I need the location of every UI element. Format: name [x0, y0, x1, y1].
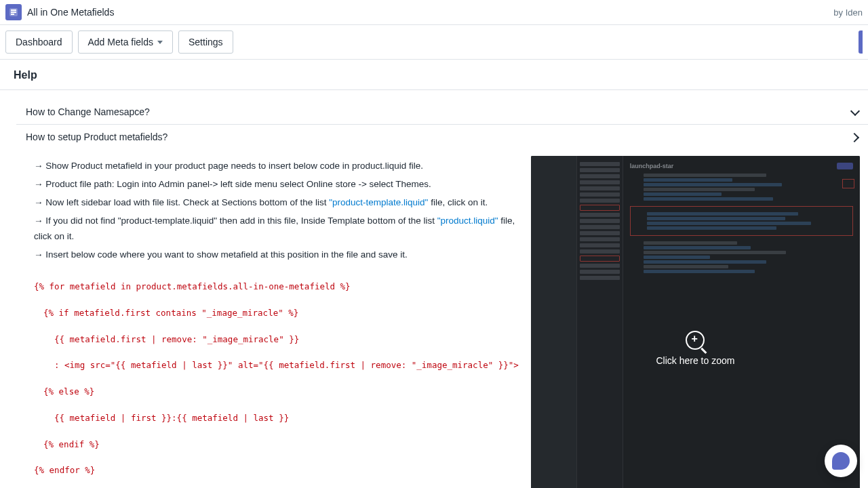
chevron-right-icon — [850, 132, 860, 142]
app-icon — [5, 4, 22, 20]
product-template-link[interactable]: "product-template.liquid" — [329, 197, 428, 207]
zoom-in-icon — [686, 331, 705, 350]
page-title: Help — [14, 69, 854, 81]
code-block: {% for metafield in product.metafields.a… — [34, 267, 519, 488]
zoom-overlay[interactable]: Click here to zoom — [531, 156, 860, 488]
dashboard-button[interactable]: Dashboard — [5, 30, 73, 54]
code-line: {% endfor %} — [34, 464, 519, 476]
zoom-label: Click here to zoom — [656, 355, 734, 366]
accordion-list: How to Change Namesapce? How to setup Pr… — [16, 100, 868, 488]
add-meta-fields-button[interactable]: Add Meta fields — [78, 30, 174, 54]
help-line: → Now left sidebar load with file list. … — [34, 195, 519, 211]
accordion-header[interactable]: How to Change Namesapce? — [16, 100, 868, 124]
app-title: All in One Metafields — [27, 7, 114, 18]
code-line: : <img src="{{ metafield | last }}" alt=… — [34, 359, 519, 371]
help-text: → Show Product metafield in your product… — [34, 156, 519, 488]
text: file, click on it. — [428, 197, 488, 207]
page: Help How to Change Namesapce? How to set… — [0, 60, 868, 488]
page-title-wrap: Help — [0, 60, 868, 90]
settings-button[interactable]: Settings — [178, 30, 233, 54]
help-image[interactable]: launchpad-star — [531, 156, 860, 488]
accordion-title: How to Change Namesapce? — [26, 106, 150, 117]
product-liquid-link[interactable]: "product.liquid" — [437, 216, 498, 226]
accordion-item-namespace: How to Change Namesapce? — [16, 100, 868, 125]
dashboard-label: Dashboard — [16, 37, 62, 47]
help-line: → Insert below code where you want to sh… — [34, 247, 519, 263]
accordion-title: How to setup Product metafields? — [26, 131, 167, 142]
svg-rect-1 — [11, 9, 16, 11]
chevron-down-icon — [850, 107, 860, 117]
by-label: by Iden — [833, 7, 863, 18]
accordion-header[interactable]: How to setup Product metafields? — [16, 125, 868, 149]
svg-rect-2 — [11, 12, 16, 13]
text: → Now left sidebar load with file list. … — [34, 197, 329, 207]
toolbar-action-edge[interactable] — [859, 30, 863, 54]
code-line: {% for metafield in product.metafields.a… — [34, 280, 519, 293]
svg-rect-3 — [11, 14, 14, 15]
caret-down-icon — [157, 41, 163, 44]
accordion-item-product: How to setup Product metafields? → Show … — [16, 125, 868, 488]
accordion-body: → Show Product metafield in your product… — [16, 149, 868, 488]
help-line: → Product file path: Login into Admin pa… — [34, 177, 519, 192]
code-line: {% if metafield.first contains "_image_m… — [34, 306, 519, 319]
code-line: {% endif %} — [34, 438, 519, 451]
help-line: → If you did not find "product-template.… — [34, 214, 519, 245]
help-line: → Show Product metafield in your product… — [34, 159, 519, 174]
header-left: All in One Metafields — [5, 4, 114, 20]
code-line: {% else %} — [34, 385, 519, 398]
app-header: All in One Metafields by Iden — [0, 0, 868, 25]
chat-icon — [832, 452, 850, 470]
toolbar: Dashboard Add Meta fields Settings — [0, 25, 868, 60]
add-meta-label: Add Meta fields — [88, 37, 154, 47]
code-line: {{ metafield | first }}:{{ metafield | l… — [34, 411, 519, 424]
chat-bubble-button[interactable] — [825, 445, 857, 477]
settings-label: Settings — [189, 37, 223, 47]
text: → If you did not find "product-template.… — [34, 216, 437, 226]
code-line: {{ metafield.first | remove: "_image_mir… — [34, 333, 519, 346]
